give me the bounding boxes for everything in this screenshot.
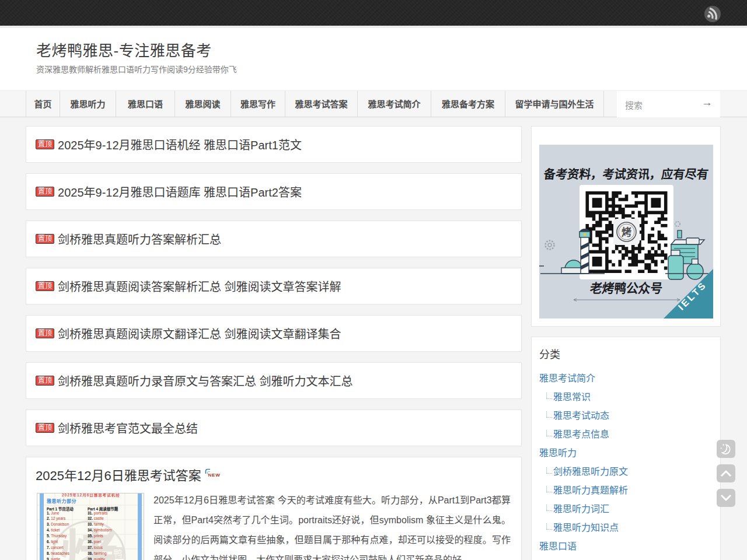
svg-text:备考资料，考试资讯，应有尽有: 备考资料，考试资讯，应有尽有 (542, 167, 709, 181)
svg-text:鸭: 鸭 (113, 549, 122, 558)
svg-text:老烤鸭公众号: 老烤鸭公众号 (589, 281, 664, 296)
svg-text:烤: 烤 (622, 226, 631, 238)
svg-text:NEW: NEW (208, 473, 220, 478)
